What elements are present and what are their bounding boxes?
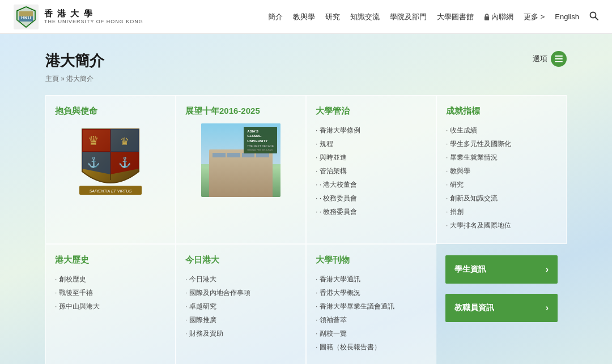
nav-item-english[interactable]: English bbox=[555, 12, 579, 21]
coat-of-arms-svg: ♛ ♛ ⚓ ⚓ SAPIENTIA ET VIRTUS bbox=[76, 123, 144, 197]
svg-text:SAPIENTIA ET VIRTUS: SAPIENTIA ET VIRTUS bbox=[90, 189, 132, 193]
card-vision: 展望十年2016-2025 bbox=[176, 95, 306, 244]
page-title: 港大簡介 bbox=[45, 51, 104, 71]
governance-link-6[interactable]: · 校務委員會 bbox=[316, 191, 427, 205]
history-link-1[interactable]: 創校歷史 bbox=[55, 272, 166, 286]
achievements-link-3[interactable]: 畢業生就業情況 bbox=[446, 151, 557, 164]
svg-text:♛: ♛ bbox=[120, 136, 129, 147]
logo-area[interactable]: HKU 香 港 大 學 THE UNIVERSITY OF HONG KONG bbox=[14, 5, 143, 29]
achievements-link-7[interactable]: 捐創 bbox=[446, 205, 557, 219]
governance-link-2[interactable]: 規程 bbox=[316, 137, 427, 151]
publications-link-4[interactable]: 領袖薈萃 bbox=[316, 313, 427, 327]
card-governance: 大學管治 香港大學條例 規程 與時並進 管治架構 · 港大校董會 · 校務委員會… bbox=[306, 95, 436, 244]
today-link-4[interactable]: 國際推廣 bbox=[185, 313, 296, 327]
book-subtitle-line1: THE NEXT DECADE bbox=[247, 144, 274, 148]
publications-link-5[interactable]: 副校一覽 bbox=[316, 327, 427, 340]
svg-rect-9 bbox=[555, 55, 563, 57]
card-today-title[interactable]: 今日港大 bbox=[185, 255, 296, 265]
achievements-link-2[interactable]: 學生多元性及國際化 bbox=[446, 137, 557, 151]
achievements-link-8[interactable]: 大學排名及國際地位 bbox=[446, 219, 557, 232]
options-menu-icon bbox=[551, 51, 567, 67]
nav-item-teaching[interactable]: 教與學 bbox=[293, 12, 315, 22]
card-history: 港大歷史 創校歷史 戰後至千禧 孫中山與港大 bbox=[45, 244, 176, 364]
main-nav: 簡介 教與學 研究 知識交流 學院及部門 大學圖書館 內聯網 更多 > Engl… bbox=[268, 11, 598, 23]
card-achievements: 成就指標 收生成績 學生多元性及國際化 畢業生就業情況 教與學 研究 創新及知識… bbox=[436, 95, 567, 244]
book-building bbox=[209, 149, 273, 198]
nav-item-research[interactable]: 研究 bbox=[325, 12, 340, 22]
svg-text:⚓: ⚓ bbox=[118, 156, 131, 169]
today-link-5[interactable]: 財務及資助 bbox=[185, 327, 296, 340]
nav-item-about[interactable]: 簡介 bbox=[268, 12, 283, 22]
svg-rect-11 bbox=[555, 61, 563, 62]
svg-rect-10 bbox=[555, 58, 563, 59]
governance-link-7[interactable]: · 教務委員會 bbox=[316, 205, 427, 219]
main-content: 港大簡介 選項 主頁 » 港大簡介 抱負與使命 bbox=[0, 34, 612, 364]
card-vision-title[interactable]: 展望十年2016-2025 bbox=[185, 106, 296, 117]
student-info-button[interactable]: 學生資訊 › bbox=[445, 255, 558, 284]
hku-shield-icon: HKU bbox=[14, 5, 39, 29]
book-title-line3: UNIVERSITY bbox=[247, 139, 274, 143]
book-cover-visual: ASIA'S GLOBAL UNIVERSITY THE NEXT DECADE… bbox=[201, 123, 280, 197]
svg-line-8 bbox=[596, 17, 598, 20]
coat-arms-image: ♛ ♛ ⚓ ⚓ SAPIENTIA ET VIRTUS bbox=[55, 123, 166, 197]
options-button[interactable]: 選項 bbox=[533, 51, 567, 67]
page-title-area: 港大簡介 選項 bbox=[45, 51, 567, 71]
governance-link-3[interactable]: 與時並進 bbox=[316, 151, 427, 164]
logo-text: 香 港 大 學 THE UNIVERSITY OF HONG KONG bbox=[44, 8, 143, 25]
governance-link-4[interactable]: 管治架構 bbox=[316, 164, 427, 178]
header: HKU 香 港 大 學 THE UNIVERSITY OF HONG KONG … bbox=[0, 0, 612, 34]
card-student-info: 學生資訊 › 教職員資訊 › bbox=[436, 244, 567, 364]
history-link-3[interactable]: 孫中山與港大 bbox=[55, 299, 166, 313]
nav-item-knowledge[interactable]: 知識交流 bbox=[350, 12, 380, 22]
staff-info-arrow-icon: › bbox=[546, 303, 549, 313]
book-text-box: ASIA'S GLOBAL UNIVERSITY THE NEXT DECADE… bbox=[244, 127, 277, 153]
today-link-2[interactable]: 國際及內地合作事項 bbox=[185, 286, 296, 299]
nav-item-library[interactable]: 大學圖書館 bbox=[437, 12, 474, 22]
nav-item-more[interactable]: 更多 > bbox=[524, 12, 545, 22]
achievements-link-1[interactable]: 收生成績 bbox=[446, 123, 557, 137]
governance-link-5[interactable]: · 港大校董會 bbox=[316, 178, 427, 191]
card-publications: 大學刊物 香港大學通訊 香港大學概況 香港大學畢業生議會通訊 領袖薈萃 副校一覽… bbox=[306, 244, 436, 364]
achievements-link-6[interactable]: 創新及知識交流 bbox=[446, 191, 557, 205]
content-grid: 抱負與使命 bbox=[45, 95, 567, 364]
book-cover-area: ASIA'S GLOBAL UNIVERSITY THE NEXT DECADE… bbox=[185, 123, 296, 197]
staff-info-button[interactable]: 教職員資訊 › bbox=[445, 294, 558, 322]
publications-link-2[interactable]: 香港大學概況 bbox=[316, 286, 427, 299]
card-publications-title[interactable]: 大學刊物 bbox=[316, 255, 427, 265]
svg-text:⚓: ⚓ bbox=[87, 156, 100, 169]
card-history-title[interactable]: 港大歷史 bbox=[55, 255, 166, 265]
nav-item-faculties[interactable]: 學院及部門 bbox=[390, 12, 427, 22]
svg-rect-6 bbox=[484, 16, 489, 20]
today-link-1[interactable]: 今日港大 bbox=[185, 272, 296, 286]
book-subtitle-line2: Strategic Plan 2016-2025 bbox=[247, 148, 274, 151]
history-link-2[interactable]: 戰後至千禧 bbox=[55, 286, 166, 299]
nav-item-intranet[interactable]: 內聯網 bbox=[484, 12, 513, 22]
publications-link-3[interactable]: 香港大學畢業生議會通訊 bbox=[316, 299, 427, 313]
card-governance-title[interactable]: 大學管治 bbox=[316, 106, 427, 117]
achievements-link-4[interactable]: 教與學 bbox=[446, 164, 557, 178]
card-achievements-title[interactable]: 成就指標 bbox=[446, 106, 557, 117]
book-title-line2: GLOBAL bbox=[247, 134, 274, 138]
svg-text:HKU: HKU bbox=[21, 15, 31, 20]
svg-text:♛: ♛ bbox=[88, 134, 99, 148]
card-mission-title[interactable]: 抱負與使命 bbox=[55, 106, 166, 117]
book-bg: ASIA'S GLOBAL UNIVERSITY THE NEXT DECADE… bbox=[201, 123, 280, 197]
today-link-3[interactable]: 卓越研究 bbox=[185, 299, 296, 313]
book-title-line1: ASIA'S bbox=[247, 129, 274, 134]
lock-icon bbox=[484, 14, 490, 20]
publications-link-6[interactable]: 圖籍（校長報告書） bbox=[316, 340, 427, 354]
achievements-link-5[interactable]: 研究 bbox=[446, 178, 557, 191]
governance-link-1[interactable]: 香港大學條例 bbox=[316, 123, 427, 137]
search-icon[interactable] bbox=[589, 11, 598, 23]
student-info-arrow-icon: › bbox=[546, 264, 549, 275]
breadcrumb: 主頁 » 港大簡介 bbox=[45, 74, 567, 84]
card-mission: 抱負與使命 bbox=[45, 95, 176, 244]
publications-link-1[interactable]: 香港大學通訊 bbox=[316, 272, 427, 286]
card-today: 今日港大 今日港大 國際及內地合作事項 卓越研究 國際推廣 財務及資助 bbox=[176, 244, 306, 364]
